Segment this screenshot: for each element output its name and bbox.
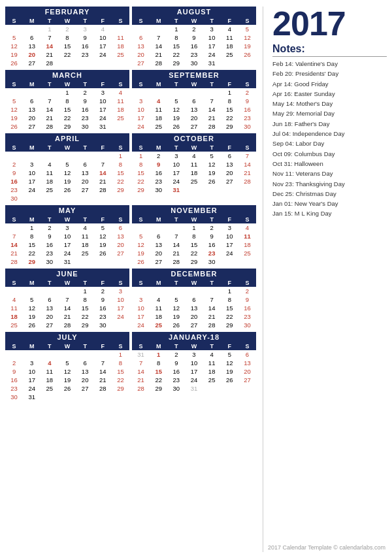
calendar-day: 16 (41, 240, 58, 249)
calendar-day: 7 (5, 232, 23, 240)
calendar-day: 14 (132, 367, 150, 376)
calendar-day: 30 (5, 194, 23, 203)
calendar-day: 1 (76, 287, 94, 295)
calendar-day (203, 384, 221, 393)
calendar-day: 21 (94, 177, 112, 186)
calendar-day: 14 (150, 42, 167, 50)
note-item: Sep 04: Labor Day (272, 139, 387, 148)
calendar-day: 18 (41, 376, 58, 384)
calendar-day: 28 (167, 257, 185, 266)
calendar-day: 11 (203, 359, 221, 367)
calendar-day: 29 (76, 321, 94, 329)
calendar-day: 4 (221, 25, 238, 33)
calendar-day: 20 (23, 50, 41, 59)
calendar-day: 20 (185, 312, 203, 321)
calendar-day: 23 (5, 186, 23, 194)
calendar-day: 31 (132, 350, 150, 359)
calendar-day (94, 393, 112, 401)
weekday-header: M (150, 80, 167, 88)
weekday-header: T (167, 342, 185, 350)
calendar-day (23, 194, 41, 203)
calendar-day: 13 (221, 160, 238, 169)
weekday-header: T (41, 80, 58, 88)
weekday-header: W (58, 17, 76, 25)
calendar-day: 11 (112, 33, 129, 42)
calendar-day (150, 223, 167, 232)
calendar-day (185, 88, 203, 97)
calendar-day: 9 (238, 295, 256, 304)
weekday-header: M (150, 279, 167, 287)
calendar-day (203, 186, 221, 194)
calendar-table: SMTWTFS123456789101112131415161718192021… (5, 216, 129, 266)
calendar-day: 21 (150, 50, 167, 59)
calendar-day: 9 (185, 33, 203, 42)
month-header: July (5, 332, 129, 342)
notes-heading: Notes: (272, 43, 387, 57)
weekday-header: W (185, 80, 203, 88)
calendar-day (203, 287, 221, 295)
calendar-table: SMTWTFS123456789101112131415161718192021… (5, 80, 129, 131)
weekday-header: F (94, 17, 112, 25)
weekday-header: M (150, 342, 167, 350)
calendar-day: 18 (112, 42, 129, 50)
calendar-day: 24 (185, 376, 203, 384)
calendar-day: 3 (221, 223, 238, 232)
calendar-day: 16 (94, 304, 112, 312)
calendar-day: 8 (167, 33, 185, 42)
calendar-day (23, 25, 41, 33)
calendar-day: 15 (150, 367, 167, 376)
calendar-day: 17 (94, 105, 112, 114)
month-block: OctoberSMTWTFS12345678910111213141516171… (132, 133, 256, 203)
calendar-day: 2 (238, 88, 256, 97)
weekday-header: F (221, 279, 238, 287)
weekday-header: F (221, 144, 238, 152)
calendar-day: 1 (132, 152, 150, 160)
calendar-day: 7 (167, 232, 185, 240)
calendar-day: 5 (221, 350, 238, 359)
calendar-day: 31 (167, 186, 185, 194)
calendar-day: 16 (238, 304, 256, 312)
month-block: MarchSMTWTFS1234567891011121314151617181… (5, 70, 129, 131)
calendar-day: 8 (132, 160, 150, 169)
calendar-day: 9 (203, 232, 221, 240)
calendar-day: 28 (150, 59, 167, 67)
calendar-day: 25 (112, 50, 129, 59)
calendar-day: 25 (41, 186, 58, 194)
calendar-day: 21 (203, 114, 221, 122)
weekday-header: S (132, 216, 150, 223)
month-header: November (132, 205, 256, 216)
calendar-day: 9 (5, 169, 23, 177)
calendar-day: 16 (76, 42, 94, 50)
calendar-day: 22 (112, 177, 129, 186)
calendar-day: 29 (221, 122, 238, 131)
calendar-table: SMTWTFS123456789101112131415161718192021… (132, 216, 256, 266)
calendar-day: 1 (167, 25, 185, 33)
calendar-day: 10 (94, 97, 112, 105)
calendar-day: 22 (221, 312, 238, 321)
calendar-day (58, 194, 76, 203)
calendar-day: 1 (185, 223, 203, 232)
calendar-day: 11 (41, 367, 58, 376)
weekday-header: T (167, 216, 185, 223)
weekday-header: S (238, 216, 256, 223)
calendar-day (5, 287, 23, 295)
vertical-divider (263, 7, 263, 552)
month-block: JuneSMTWTFS12345678910111213141516171819… (5, 269, 129, 329)
calendar-day (94, 59, 112, 67)
calendar-day: 19 (5, 114, 23, 122)
calendar-day: 19 (58, 177, 76, 186)
calendar-day: 3 (23, 160, 41, 169)
weekday-header: W (185, 342, 203, 350)
calendar-day: 5 (58, 359, 76, 367)
weekday-header: T (41, 342, 58, 350)
month-header: January-18 (132, 332, 256, 342)
weekday-header: W (58, 279, 76, 287)
note-item: Nov 23: Thanksgiving Day (272, 180, 387, 188)
calendar-day: 15 (132, 169, 150, 177)
weekday-header: F (221, 216, 238, 223)
calendar-day: 27 (23, 59, 41, 67)
calendar-day: 22 (76, 312, 94, 321)
calendar-day: 12 (132, 240, 150, 249)
weekday-header: M (23, 279, 41, 287)
calendar-day: 17 (167, 169, 185, 177)
